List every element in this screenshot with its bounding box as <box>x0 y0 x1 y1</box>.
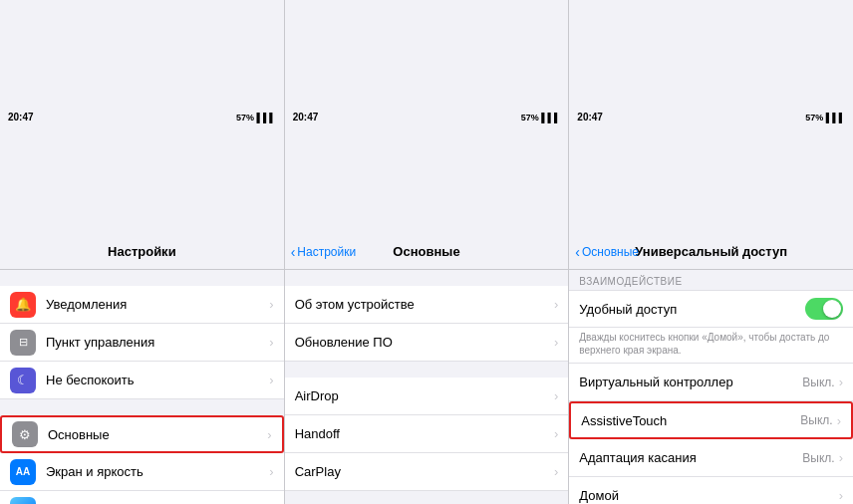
software-label: Обновление ПО <box>295 335 554 350</box>
control-center-label: Пункт управления <box>46 335 269 350</box>
item-software[interactable]: Обновление ПО › <box>285 324 569 362</box>
control-center-chevron: › <box>269 335 273 350</box>
status-bar-1: 20:47 57% ▌▌▌ <box>0 0 284 234</box>
item-assistive-touch[interactable]: AssistiveTouch Выкл. › <box>569 401 853 439</box>
item-convenient-access[interactable]: Удобный доступ <box>569 290 853 328</box>
about-chevron: › <box>554 297 558 312</box>
general-chevron: › <box>267 427 271 442</box>
item-notifications[interactable]: 🔔 Уведомления › <box>0 286 284 324</box>
settings-list-3[interactable]: ВЗАИМОДЕЙСТВИЕ Удобный доступ Дважды кос… <box>569 270 853 504</box>
item-wallpaper[interactable]: ❋ Обои › <box>0 491 284 504</box>
item-about[interactable]: Об этом устройстве › <box>285 286 569 324</box>
notifications-chevron: › <box>269 297 273 312</box>
virtual-controller-chevron: › <box>839 375 843 389</box>
status-icons-1: 57% ▌▌▌ <box>236 113 276 123</box>
item-touch-adaptation[interactable]: Адаптация касания Выкл. › <box>569 439 853 477</box>
status-bar-3: 20:47 57% ▌▌▌ <box>569 0 853 234</box>
nav-title-1: Настройки <box>108 244 176 259</box>
display-label: Экран и яркость <box>46 464 269 479</box>
general-label: Основные <box>48 427 267 442</box>
back-chevron-2: ‹ <box>291 245 296 259</box>
touch-adaptation-label: Адаптация касания <box>579 450 802 465</box>
back-chevron-3: ‹ <box>575 245 580 259</box>
item-airdrop[interactable]: AirDrop › <box>285 378 569 415</box>
convenient-access-toggle[interactable] <box>805 298 843 320</box>
assistive-touch-chevron: › <box>837 413 841 428</box>
settings-list-2[interactable]: Об этом устройстве › Обновление ПО › Air… <box>285 270 569 504</box>
nav-title-3: Универсальный доступ <box>635 244 787 259</box>
display-chevron: › <box>269 464 273 479</box>
handoff-chevron: › <box>554 426 558 441</box>
toggle-knob <box>823 300 841 318</box>
airdrop-label: AirDrop <box>295 388 554 403</box>
dnd-icon: ☾ <box>10 368 36 393</box>
nav-bar-3: ‹ Основные Универсальный доступ <box>569 234 853 270</box>
time-2: 20:47 <box>293 112 319 123</box>
assistive-touch-value: Выкл. <box>800 413 832 427</box>
panel-general: 20:47 57% ▌▌▌ ‹ Настройки Основные Об эт… <box>285 0 570 504</box>
virtual-controller-value: Выкл. <box>802 376 834 389</box>
carplay-label: CarPlay <box>295 464 554 479</box>
touch-adaptation-chevron: › <box>839 450 843 465</box>
home-acc-label: Домой <box>579 488 838 503</box>
section-group-1b: ⚙ Основные › AA Экран и яркость › ❋ Обои… <box>0 399 284 504</box>
nav-back-2[interactable]: ‹ Настройки <box>291 245 357 259</box>
time-3: 20:47 <box>577 112 603 123</box>
status-bar-2: 20:47 57% ▌▌▌ <box>285 0 569 234</box>
carplay-chevron: › <box>554 464 558 479</box>
home-acc-chevron: › <box>839 488 843 503</box>
item-display[interactable]: AA Экран и яркость › <box>0 453 284 491</box>
back-label-2: Настройки <box>297 245 356 259</box>
nav-title-2: Основные <box>393 244 459 259</box>
nav-bar-2: ‹ Настройки Основные <box>285 234 569 270</box>
panel-accessibility: 20:47 57% ▌▌▌ ‹ Основные Универсальный д… <box>569 0 853 504</box>
nav-bar-1: Настройки <box>0 234 284 270</box>
section-header-interaction: ВЗАИМОДЕЙСТВИЕ <box>569 270 853 290</box>
dnd-label: Не беспокоить <box>46 373 269 387</box>
convenient-access-label: Удобный доступ <box>579 302 805 317</box>
item-control-center[interactable]: ⊟ Пункт управления › <box>0 324 284 362</box>
status-icons-3: 57% ▌▌▌ <box>805 113 845 123</box>
item-general[interactable]: ⚙ Основные › <box>0 415 284 453</box>
screen-container: 20:47 57% ▌▌▌ Настройки 🔔 Уведомления › … <box>0 0 853 504</box>
settings-list-1[interactable]: 🔔 Уведомления › ⊟ Пункт управления › ☾ Н… <box>0 270 284 504</box>
control-center-icon: ⊟ <box>10 330 36 356</box>
convenient-access-desc: Дважды коснитесь кнопки «Домой», чтобы д… <box>569 328 853 364</box>
item-handoff[interactable]: Handoff › <box>285 415 569 453</box>
notifications-label: Уведомления <box>46 297 269 312</box>
back-label-3: Основные <box>582 245 639 259</box>
virtual-controller-label: Виртуальный контроллер <box>579 375 802 389</box>
handoff-label: Handoff <box>295 426 554 441</box>
display-icon: AA <box>10 459 36 485</box>
assistive-touch-label: AssistiveTouch <box>581 413 800 428</box>
nav-back-3[interactable]: ‹ Основные <box>575 245 639 259</box>
dnd-chevron: › <box>269 373 273 387</box>
status-icons-2: 57% ▌▌▌ <box>521 113 561 123</box>
airdrop-chevron: › <box>554 388 558 403</box>
time-1: 20:47 <box>8 112 34 123</box>
item-virtual-controller[interactable]: Виртуальный контроллер Выкл. › <box>569 364 853 401</box>
section-group-1a: 🔔 Уведомления › ⊟ Пункт управления › ☾ Н… <box>0 270 284 399</box>
software-chevron: › <box>554 335 558 350</box>
about-label: Об этом устройстве <box>295 297 554 312</box>
notifications-icon: 🔔 <box>10 292 36 318</box>
item-carplay[interactable]: CarPlay › <box>285 453 569 491</box>
touch-adaptation-value: Выкл. <box>802 451 834 465</box>
item-dnd[interactable]: ☾ Не беспокоить › <box>0 362 284 399</box>
wallpaper-icon: ❋ <box>10 497 36 505</box>
item-home-acc[interactable]: Домой › <box>569 477 853 504</box>
panel-settings: 20:47 57% ▌▌▌ Настройки 🔔 Уведомления › … <box>0 0 285 504</box>
general-icon: ⚙ <box>12 421 38 447</box>
